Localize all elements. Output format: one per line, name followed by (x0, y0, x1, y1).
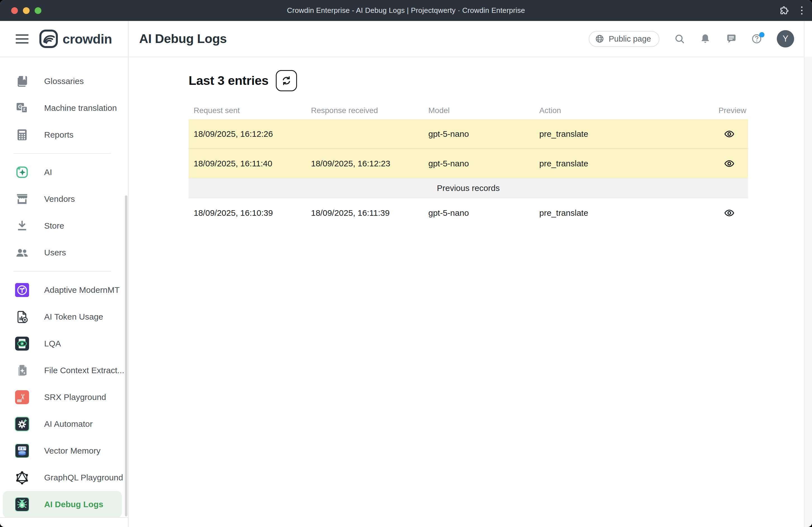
sidebar-item-srx-playground[interactable]: ✂SRX Playground (3, 384, 122, 411)
sidebar-item-label: Machine translation (44, 103, 117, 113)
avatar[interactable]: Y (777, 30, 794, 47)
crowdin-wordmark: crowdin (62, 31, 112, 47)
sidebar-item-label: Glossaries (44, 76, 84, 86)
table-row: 18/09/2025, 16:12:26gpt-5-nanopre_transl… (189, 119, 748, 149)
sidebar-item-label: AI Automator (44, 419, 92, 429)
graphql-playground-icon (15, 471, 29, 485)
page-title: AI Debug Logs (139, 32, 227, 46)
sidebar-item-graphql-playground[interactable]: GraphQL Playground (3, 464, 122, 491)
lqa-icon (15, 337, 29, 350)
extensions-puzzle-icon[interactable] (779, 5, 789, 16)
refresh-icon (280, 75, 292, 87)
preview-eye-icon[interactable] (724, 207, 735, 219)
sidebar-item-label: AI Token Usage (44, 312, 103, 321)
column-header-preview: Preview (710, 106, 748, 115)
cell-response-received: 18/09/2025, 16:12:23 (306, 159, 423, 168)
sidebar-item-machine-translation[interactable]: GMachine translation (3, 95, 122, 121)
crowdin-logo-icon (39, 29, 58, 48)
browser-window: Crowdin Enterprise - AI Debug Logs | Pro… (0, 0, 812, 527)
sidebar-item-adaptive-modernmt[interactable]: Adaptive ModernMT (3, 276, 122, 303)
public-page-button[interactable]: Public page (589, 31, 659, 47)
sidebar-item-label: Store (44, 221, 64, 230)
column-header-action: Action (534, 106, 710, 115)
browser-menu-kebab-icon[interactable] (798, 6, 805, 15)
notifications-bell-icon[interactable] (700, 33, 711, 44)
traffic-lights (11, 0, 41, 21)
ai-debug-logs-icon (15, 497, 29, 511)
minimize-window-button[interactable] (23, 7, 30, 14)
close-window-button[interactable] (11, 7, 18, 14)
sidebar-item-label: Adaptive ModernMT (44, 285, 120, 295)
cell-preview (710, 129, 748, 139)
titlebar: Crowdin Enterprise - AI Debug Logs | Pro… (0, 0, 812, 21)
sidebar-item-file-context-extract[interactable]: File Context Extract... (3, 357, 122, 384)
content: Last 3 entries Request sentResponse rece… (129, 57, 812, 227)
sidebar-header: crowdin (0, 21, 128, 57)
ai-token-usage-icon (15, 310, 29, 324)
cell-action: pre_translate (534, 129, 710, 139)
sidebar-divider (13, 153, 111, 154)
table-body: 18/09/2025, 16:12:26gpt-5-nanopre_transl… (189, 119, 748, 227)
sidebar-item-label: LQA (44, 339, 61, 348)
column-header-request-sent: Request sent (189, 106, 306, 115)
titlebar-actions (779, 0, 805, 21)
cell-response-received: 18/09/2025, 16:11:39 (306, 208, 423, 218)
glossaries-icon (15, 74, 29, 88)
search-icon[interactable] (674, 33, 685, 44)
preview-eye-icon[interactable] (724, 158, 735, 169)
sidebar-item-store[interactable]: Store (3, 212, 122, 239)
messages-chat-icon[interactable] (725, 33, 737, 44)
entries-heading: Last 3 entries (189, 73, 269, 88)
maximize-window-button[interactable] (35, 7, 41, 14)
app-shell: crowdin GlossariesGMachine translationRe… (0, 21, 812, 527)
store-icon (15, 219, 29, 233)
ai-automator-icon (15, 417, 29, 431)
sidebar-item-ai-token-usage[interactable]: AI Token Usage (3, 303, 122, 330)
reports-icon (15, 128, 29, 142)
sidebar-item-vector-memory[interactable]: Vector Memory (3, 437, 122, 464)
sidebar-item-vendors[interactable]: Vendors (3, 186, 122, 212)
cell-model: gpt-5-nano (423, 159, 534, 168)
svg-text:✂: ✂ (18, 394, 27, 400)
sidebar-item-ai[interactable]: AI (3, 159, 122, 186)
adaptive-modernmt-icon (15, 283, 29, 297)
sidebar-item-reports[interactable]: Reports (3, 121, 122, 148)
sidebar-item-label: Vector Memory (44, 446, 101, 455)
sidebar-nav: GlossariesGMachine translationReportsAIV… (0, 57, 128, 517)
previous-records-row[interactable]: Previous records (189, 178, 748, 198)
machine-translation-icon: G (15, 101, 29, 115)
page-scrollbar-track[interactable] (804, 21, 812, 527)
header-actions: Public page (589, 30, 794, 47)
cell-action: pre_translate (534, 208, 710, 218)
cell-request-sent: 18/09/2025, 16:11:40 (189, 159, 306, 168)
help-icon[interactable] (751, 33, 762, 44)
cell-request-sent: 18/09/2025, 16:10:39 (189, 208, 306, 218)
content-heading-row: Last 3 entries (189, 70, 812, 91)
cell-preview (710, 158, 748, 169)
sidebar-item-ai-debug-logs[interactable]: AI Debug Logs (3, 491, 122, 517)
sidebar-item-lqa[interactable]: LQA (3, 330, 122, 357)
main-area: AI Debug Logs Public page (129, 21, 812, 527)
public-page-label: Public page (609, 34, 651, 44)
table-row: 18/09/2025, 16:10:3918/09/2025, 16:11:39… (189, 198, 748, 227)
srx-playground-icon: ✂ (15, 390, 29, 404)
debug-logs-table: Request sentResponse receivedModelAction… (189, 102, 748, 227)
sidebar-item-ai-automator[interactable]: AI Automator (3, 411, 122, 437)
sidebar-item-label: Users (44, 248, 66, 257)
refresh-button[interactable] (276, 70, 297, 91)
sidebar-divider (13, 271, 111, 272)
vendors-icon (15, 192, 29, 206)
sidebar-item-glossaries[interactable]: Glossaries (3, 68, 122, 95)
preview-eye-icon[interactable] (724, 129, 735, 139)
sidebar-item-label: Vendors (44, 194, 75, 204)
sidebar-scrollbar-thumb[interactable] (125, 195, 127, 516)
vector-memory-icon (15, 444, 29, 458)
sidebar-item-users[interactable]: Users (3, 239, 122, 266)
table-header-row: Request sentResponse receivedModelAction… (189, 102, 748, 119)
hamburger-menu-icon[interactable] (16, 34, 29, 44)
cell-model: gpt-5-nano (423, 208, 534, 218)
sidebar-item-label: Reports (44, 130, 73, 139)
crowdin-logo[interactable]: crowdin (39, 29, 112, 48)
sidebar-item-label: GraphQL Playground (44, 473, 123, 482)
notification-dot (759, 32, 765, 37)
